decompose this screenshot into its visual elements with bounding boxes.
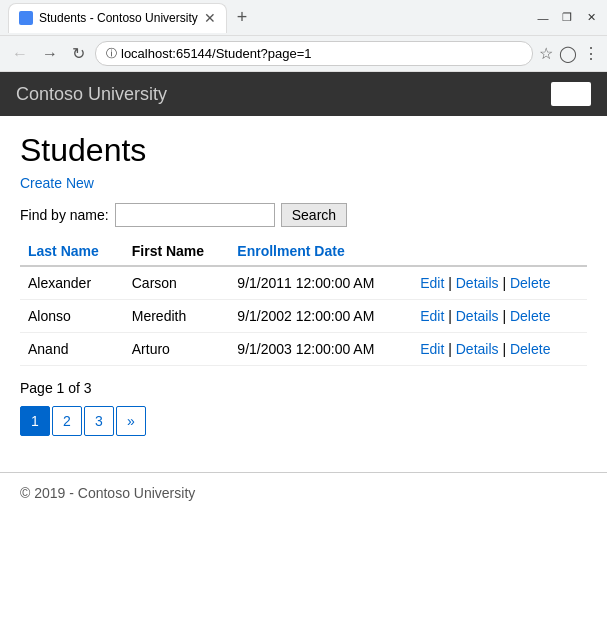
col-enrollment-date[interactable]: Enrollment Date bbox=[229, 237, 412, 266]
window-controls: — ❐ ✕ bbox=[535, 10, 599, 26]
address-bar-icons: ☆ ◯ ⋮ bbox=[539, 44, 599, 63]
cell-last-name: Anand bbox=[20, 333, 124, 366]
tab-title: Students - Contoso University bbox=[39, 11, 198, 25]
page-content: Students Create New Find by name: Search… bbox=[0, 116, 607, 472]
cell-enrollment-date: 9/1/2002 12:00:00 AM bbox=[229, 300, 412, 333]
forward-button[interactable]: → bbox=[38, 43, 62, 65]
tab-favicon bbox=[19, 11, 33, 25]
cell-first-name: Arturo bbox=[124, 333, 230, 366]
new-tab-button[interactable]: + bbox=[231, 5, 254, 30]
restore-button[interactable]: ❐ bbox=[559, 10, 575, 26]
minimize-button[interactable]: — bbox=[535, 10, 551, 26]
security-icon: ⓘ bbox=[106, 46, 117, 61]
cell-actions: Edit | Details | Delete bbox=[412, 333, 587, 366]
search-input[interactable] bbox=[115, 203, 275, 227]
browser-titlebar: Students - Contoso University ✕ + — ❐ ✕ bbox=[0, 0, 607, 36]
bookmark-icon[interactable]: ☆ bbox=[539, 44, 553, 63]
details-link[interactable]: Details bbox=[456, 341, 499, 357]
active-tab[interactable]: Students - Contoso University ✕ bbox=[8, 3, 227, 33]
app-header: Contoso University bbox=[0, 72, 607, 116]
details-link[interactable]: Details bbox=[456, 308, 499, 324]
page-1-button[interactable]: 1 bbox=[20, 406, 50, 436]
table-row: Alonso Meredith 9/1/2002 12:00:00 AM Edi… bbox=[20, 300, 587, 333]
delete-link[interactable]: Delete bbox=[510, 341, 550, 357]
nav-toggle-button[interactable] bbox=[551, 82, 591, 106]
table-row: Anand Arturo 9/1/2003 12:00:00 AM Edit |… bbox=[20, 333, 587, 366]
cell-last-name: Alexander bbox=[20, 266, 124, 300]
menu-icon[interactable]: ⋮ bbox=[583, 44, 599, 63]
edit-link[interactable]: Edit bbox=[420, 308, 444, 324]
page-footer: © 2019 - Contoso University bbox=[0, 472, 607, 513]
col-first-name: First Name bbox=[124, 237, 230, 266]
footer-text: © 2019 - Contoso University bbox=[20, 485, 195, 501]
edit-link[interactable]: Edit bbox=[420, 341, 444, 357]
cell-first-name: Carson bbox=[124, 266, 230, 300]
search-row: Find by name: Search bbox=[20, 203, 587, 227]
url-text: localhost:65144/Student?page=1 bbox=[121, 46, 311, 61]
cell-last-name: Alonso bbox=[20, 300, 124, 333]
reload-button[interactable]: ↻ bbox=[68, 42, 89, 65]
cell-enrollment-date: 9/1/2003 12:00:00 AM bbox=[229, 333, 412, 366]
tab-bar: Students - Contoso University ✕ + bbox=[8, 3, 253, 33]
cell-first-name: Meredith bbox=[124, 300, 230, 333]
address-bar: ← → ↻ ⓘ localhost:65144/Student?page=1 ☆… bbox=[0, 36, 607, 72]
cell-actions: Edit | Details | Delete bbox=[412, 300, 587, 333]
pagination: 123» bbox=[20, 406, 587, 436]
find-label: Find by name: bbox=[20, 207, 109, 223]
tab-close-button[interactable]: ✕ bbox=[204, 10, 216, 26]
col-actions bbox=[412, 237, 587, 266]
search-button[interactable]: Search bbox=[281, 203, 347, 227]
back-button[interactable]: ← bbox=[8, 43, 32, 65]
students-table: Last Name First Name Enrollment Date Ale… bbox=[20, 237, 587, 366]
delete-link[interactable]: Delete bbox=[510, 275, 550, 291]
app-title: Contoso University bbox=[16, 84, 167, 105]
profile-icon[interactable]: ◯ bbox=[559, 44, 577, 63]
page-title: Students bbox=[20, 132, 587, 169]
create-new-link[interactable]: Create New bbox=[20, 175, 94, 191]
next-page-button[interactable]: » bbox=[116, 406, 146, 436]
pagination-info: Page 1 of 3 bbox=[20, 380, 587, 396]
page-2-button[interactable]: 2 bbox=[52, 406, 82, 436]
page-3-button[interactable]: 3 bbox=[84, 406, 114, 436]
cell-enrollment-date: 9/1/2011 12:00:00 AM bbox=[229, 266, 412, 300]
edit-link[interactable]: Edit bbox=[420, 275, 444, 291]
url-input[interactable]: ⓘ localhost:65144/Student?page=1 bbox=[95, 41, 533, 66]
delete-link[interactable]: Delete bbox=[510, 308, 550, 324]
col-last-name[interactable]: Last Name bbox=[20, 237, 124, 266]
close-button[interactable]: ✕ bbox=[583, 10, 599, 26]
table-row: Alexander Carson 9/1/2011 12:00:00 AM Ed… bbox=[20, 266, 587, 300]
details-link[interactable]: Details bbox=[456, 275, 499, 291]
cell-actions: Edit | Details | Delete bbox=[412, 266, 587, 300]
